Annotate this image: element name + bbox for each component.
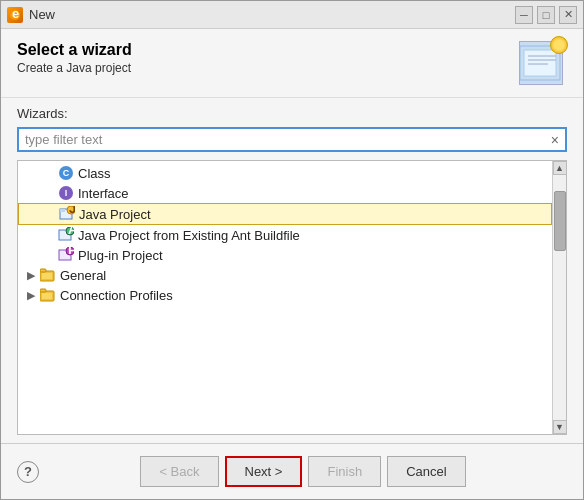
- tree-item-class-label: Class: [78, 166, 111, 181]
- close-button[interactable]: ✕: [559, 6, 577, 24]
- svg-text:✦: ✦: [555, 42, 564, 52]
- svg-text:e: e: [12, 9, 19, 21]
- header-area: Select a wizard Create a Java project ✦: [1, 29, 583, 98]
- svg-rect-3: [524, 50, 556, 76]
- footer-buttons: < Back Next > Finish Cancel: [39, 456, 567, 487]
- class-icon: C: [58, 165, 74, 181]
- general-folder-icon: [40, 267, 56, 283]
- expand-arrow-connection-profiles: ▶: [24, 289, 38, 302]
- svg-rect-24: [42, 293, 52, 299]
- tree-item-java-ant[interactable]: A Java Project from Existing Ant Buildfi…: [18, 225, 552, 245]
- scrollbar-up-button[interactable]: ▲: [553, 161, 567, 175]
- tree-item-java-project[interactable]: J Java Project: [18, 203, 552, 225]
- header-subtitle: Create a Java project: [17, 61, 132, 75]
- new-wizard-window: e New ─ □ ✕ Select a wizard Create a Jav…: [0, 0, 584, 500]
- tree-item-general-label: General: [60, 268, 106, 283]
- tree-item-connection-profiles[interactable]: ▶ Connection Profiles: [18, 285, 552, 305]
- java-project-icon: J: [59, 206, 75, 222]
- svg-text:J: J: [69, 206, 75, 216]
- window-controls: ─ □ ✕: [515, 6, 577, 24]
- window-title: New: [29, 7, 515, 22]
- tree-list: C Class I Interface: [18, 161, 552, 434]
- svg-point-7: [552, 42, 564, 52]
- help-button[interactable]: ?: [17, 461, 39, 483]
- minimize-button[interactable]: ─: [515, 6, 533, 24]
- header-text: Select a wizard Create a Java project: [17, 41, 132, 75]
- scrollbar-down-button[interactable]: ▼: [553, 420, 567, 434]
- interface-icon: I: [58, 185, 74, 201]
- tree-item-interface-label: Interface: [78, 186, 129, 201]
- tree-item-plugin-label: Plug-in Project: [78, 248, 163, 263]
- filter-clear-button[interactable]: ×: [545, 130, 565, 150]
- next-button[interactable]: Next >: [225, 456, 303, 487]
- cancel-button[interactable]: Cancel: [387, 456, 465, 487]
- svg-text:P: P: [68, 247, 74, 257]
- filter-input[interactable]: [19, 129, 545, 150]
- tree-item-java-ant-label: Java Project from Existing Ant Buildfile: [78, 228, 300, 243]
- expand-arrow-general: ▶: [24, 269, 38, 282]
- window-icon: e: [7, 7, 23, 23]
- ant-icon: A: [58, 227, 74, 243]
- svg-rect-21: [42, 273, 52, 279]
- plugin-icon: P: [58, 247, 74, 263]
- tree-item-plugin[interactable]: P Plug-in Project: [18, 245, 552, 265]
- header-title: Select a wizard: [17, 41, 132, 59]
- maximize-button[interactable]: □: [537, 6, 555, 24]
- svg-rect-23: [40, 289, 46, 292]
- filter-row: ×: [17, 127, 567, 152]
- connection-profiles-folder-icon: [40, 287, 56, 303]
- tree-item-class[interactable]: C Class: [18, 163, 552, 183]
- tree-container: C Class I Interface: [17, 160, 567, 435]
- tree-item-java-project-label: Java Project: [79, 207, 151, 222]
- svg-rect-20: [40, 269, 46, 272]
- title-bar: e New ─ □ ✕: [1, 1, 583, 29]
- footer-area: ? < Back Next > Finish Cancel: [1, 443, 583, 499]
- scrollbar-track: ▲ ▼: [552, 161, 566, 434]
- tree-item-connection-profiles-label: Connection Profiles: [60, 288, 173, 303]
- svg-text:A: A: [68, 227, 74, 237]
- finish-button[interactable]: Finish: [308, 456, 381, 487]
- svg-rect-10: [60, 209, 65, 212]
- back-button[interactable]: < Back: [140, 456, 218, 487]
- scrollbar-thumb[interactable]: [554, 191, 566, 251]
- wizard-header-icon: ✦: [519, 41, 567, 89]
- wizard-icon-image: ✦: [519, 41, 563, 85]
- tree-item-interface[interactable]: I Interface: [18, 183, 552, 203]
- wizards-label: Wizards:: [17, 106, 567, 121]
- tree-item-general[interactable]: ▶ General: [18, 265, 552, 285]
- content-area: Wizards: × C Class: [1, 98, 583, 443]
